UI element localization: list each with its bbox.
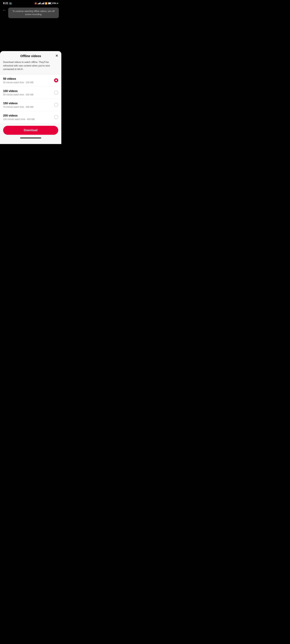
bar-7 <box>42 3 42 4</box>
wifi-icon: 📶 <box>45 2 47 4</box>
option-50-subtitle: 30 minute watch time · 100 MB <box>3 81 33 84</box>
bar-6 <box>41 4 42 4</box>
radio-50-videos[interactable] <box>54 78 58 82</box>
option-150-videos[interactable]: 150 videos 70 minute watch time · 300 MB <box>0 99 61 111</box>
top-nav: ← To continue watching offline videos, t… <box>0 6 61 20</box>
radio-50-inner <box>55 80 57 81</box>
bar-4 <box>40 3 40 4</box>
option-50-text: 50 videos 30 minute watch time · 100 MB <box>3 77 33 84</box>
bar-8 <box>42 3 43 4</box>
option-200-text: 200 videos 120 minute watch time · 400 M… <box>3 114 34 120</box>
signal-bars-2 <box>41 2 44 4</box>
battery-container: 79% <box>48 2 56 4</box>
home-indicator <box>0 136 61 139</box>
option-150-text: 150 videos 70 minute watch time · 300 MB <box>3 102 33 108</box>
battery-percentage: 79% <box>52 2 56 4</box>
black-area <box>0 20 61 51</box>
bar-10 <box>44 2 44 4</box>
sheet-description: Download videos to watch offline. They'l… <box>0 60 61 74</box>
option-50-title: 50 videos <box>3 77 33 80</box>
bar-2 <box>38 3 39 4</box>
back-button[interactable]: ← <box>2 8 6 12</box>
option-100-subtitle: 50 minute watch time · 200 MB <box>3 94 33 96</box>
option-100-title: 100 videos <box>3 90 33 93</box>
option-100-videos[interactable]: 100 videos 50 minute watch time · 200 MB <box>0 87 61 99</box>
bottom-sheet: Offline videos ✕ Download videos to watc… <box>0 51 61 144</box>
sheet-title: Offline videos <box>20 54 41 58</box>
close-button[interactable]: ✕ <box>55 53 59 58</box>
camera-icon: 📷 <box>9 2 12 4</box>
bar-5 <box>40 2 40 4</box>
option-200-title: 200 videos <box>3 114 34 117</box>
status-time: 8:21 <box>3 2 8 5</box>
signal-bars-1 <box>38 2 40 4</box>
status-left: 8:21 📷 <box>3 2 12 5</box>
option-150-subtitle: 70 minute watch time · 300 MB <box>3 106 33 108</box>
option-150-title: 150 videos <box>3 102 33 105</box>
status-bar: 8:21 📷 🔕 📶 79% <box>0 0 61 6</box>
radio-200-videos[interactable] <box>54 115 58 119</box>
status-right: 🔕 📶 79% <box>34 2 58 4</box>
options-container: 50 videos 30 minute watch time · 100 MB … <box>0 74 61 123</box>
battery-icon <box>48 2 52 4</box>
sheet-header: Offline videos ✕ <box>0 51 61 60</box>
battery-fill <box>48 3 51 4</box>
option-200-videos[interactable]: 200 videos 120 minute watch time · 400 M… <box>0 111 61 123</box>
download-btn-container: Download <box>0 123 61 136</box>
bar-9 <box>43 3 44 4</box>
screen-recording-notice: To continue watching offline videos, tur… <box>8 8 59 18</box>
green-dot <box>57 3 58 4</box>
option-200-subtitle: 120 minute watch time · 400 MB <box>3 118 34 120</box>
bar-3 <box>39 3 39 4</box>
radio-150-videos[interactable] <box>54 103 58 107</box>
mute-icon: 🔕 <box>34 2 37 4</box>
download-button[interactable]: Download <box>3 126 58 135</box>
home-bar <box>20 138 41 138</box>
radio-100-videos[interactable] <box>54 90 58 95</box>
option-100-text: 100 videos 50 minute watch time · 200 MB <box>3 90 33 96</box>
option-50-videos[interactable]: 50 videos 30 minute watch time · 100 MB <box>0 74 61 87</box>
bar-1 <box>38 4 38 4</box>
